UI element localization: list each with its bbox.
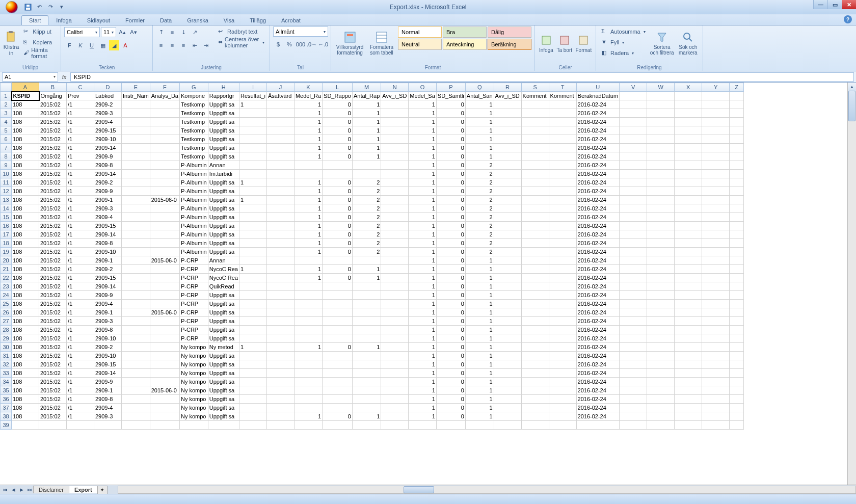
- italic-button[interactable]: K: [75, 40, 86, 50]
- cell[interactable]: [647, 265, 675, 274]
- cell[interactable]: [381, 204, 409, 213]
- cell[interactable]: [294, 386, 322, 395]
- cell[interactable]: 0: [436, 230, 465, 239]
- cell[interactable]: [122, 100, 150, 109]
- cell[interactable]: 1: [294, 213, 322, 222]
- cell[interactable]: 0: [323, 230, 353, 239]
- cell[interactable]: [12, 421, 39, 430]
- cell[interactable]: 2909-3: [94, 109, 122, 118]
- cell[interactable]: /1: [67, 308, 94, 317]
- cell[interactable]: Ny kompo: [179, 404, 208, 412]
- cell[interactable]: /1: [67, 265, 94, 274]
- cell[interactable]: 1: [239, 265, 266, 274]
- cell[interactable]: Instr_Nam: [122, 92, 150, 100]
- cell[interactable]: Testkomp: [179, 144, 208, 152]
- clear-button[interactable]: ◧Radera: [599, 48, 648, 58]
- cell[interactable]: [122, 412, 150, 421]
- cell[interactable]: 2016-02-24: [576, 109, 620, 118]
- cell[interactable]: /1: [67, 274, 94, 282]
- cell[interactable]: [620, 317, 647, 326]
- cell[interactable]: 1: [409, 152, 437, 161]
- cell[interactable]: [620, 352, 647, 360]
- cell[interactable]: [323, 291, 353, 300]
- cell[interactable]: 1: [465, 109, 494, 118]
- cell[interactable]: [675, 378, 702, 386]
- cell[interactable]: [150, 248, 179, 256]
- cell[interactable]: 2: [352, 239, 381, 248]
- cell[interactable]: [352, 395, 381, 404]
- cell[interactable]: 1: [409, 308, 437, 317]
- cell[interactable]: [266, 152, 294, 161]
- cell[interactable]: 1: [465, 412, 494, 421]
- cell[interactable]: [730, 412, 744, 421]
- cell[interactable]: [620, 378, 647, 386]
- cell[interactable]: 1: [409, 213, 437, 222]
- cell[interactable]: [266, 118, 294, 126]
- cell[interactable]: [239, 248, 266, 256]
- cell[interactable]: 0: [323, 135, 353, 144]
- cell[interactable]: 2016-02-24: [576, 274, 620, 282]
- cell[interactable]: [381, 360, 409, 369]
- cell[interactable]: P-Albumin: [179, 230, 208, 239]
- cell[interactable]: [730, 230, 744, 239]
- cell[interactable]: [702, 196, 730, 204]
- cell[interactable]: [381, 256, 409, 265]
- cell[interactable]: [239, 144, 266, 152]
- cell[interactable]: [647, 248, 675, 256]
- cell[interactable]: 2: [352, 204, 381, 213]
- cell[interactable]: 2016-02-24: [576, 378, 620, 386]
- row-header[interactable]: 32: [1, 360, 12, 369]
- cell[interactable]: [294, 326, 322, 334]
- row-header[interactable]: 11: [1, 178, 12, 187]
- cell[interactable]: [494, 404, 521, 412]
- cell[interactable]: [702, 135, 730, 144]
- cell[interactable]: 2016-02-24: [576, 395, 620, 404]
- cell[interactable]: [702, 118, 730, 126]
- cell[interactable]: Prov: [67, 92, 94, 100]
- cell[interactable]: 2015:02: [39, 187, 67, 196]
- cell[interactable]: [549, 100, 576, 109]
- cell[interactable]: [266, 161, 294, 170]
- cell[interactable]: [675, 386, 702, 395]
- cell[interactable]: 0: [436, 222, 465, 230]
- cell[interactable]: 108: [12, 135, 39, 144]
- cell[interactable]: [494, 118, 521, 126]
- cell[interactable]: [549, 196, 576, 204]
- cell[interactable]: Uppgift sa: [208, 386, 239, 395]
- cell[interactable]: [702, 92, 730, 100]
- cell[interactable]: 1: [294, 412, 322, 421]
- col-header-Y[interactable]: Y: [702, 83, 730, 92]
- cell[interactable]: [620, 360, 647, 369]
- cell[interactable]: [549, 152, 576, 161]
- cell[interactable]: 1: [409, 196, 437, 204]
- cell[interactable]: [702, 291, 730, 300]
- cell[interactable]: [702, 152, 730, 161]
- cell[interactable]: [620, 282, 647, 291]
- cell[interactable]: 108: [12, 187, 39, 196]
- cell[interactable]: [620, 126, 647, 135]
- cell[interactable]: 1: [294, 135, 322, 144]
- cell[interactable]: [239, 421, 266, 430]
- cell[interactable]: [675, 308, 702, 317]
- col-header-B[interactable]: B: [39, 83, 67, 92]
- cell[interactable]: 2016-02-24: [576, 317, 620, 326]
- undo-icon[interactable]: ↶: [35, 3, 44, 12]
- cell[interactable]: 1: [409, 386, 437, 395]
- cell[interactable]: /1: [67, 334, 94, 343]
- cell[interactable]: 2: [352, 187, 381, 196]
- cell[interactable]: [647, 187, 675, 196]
- cell[interactable]: [122, 386, 150, 395]
- cell[interactable]: [730, 135, 744, 144]
- cell[interactable]: P-CRP: [179, 300, 208, 308]
- cell[interactable]: 2016-02-24: [576, 352, 620, 360]
- cell[interactable]: [239, 300, 266, 308]
- cell[interactable]: 2909-8: [94, 161, 122, 170]
- cell[interactable]: 2015:02: [39, 369, 67, 378]
- cell[interactable]: 2016-02-24: [576, 282, 620, 291]
- cell[interactable]: /1: [67, 170, 94, 178]
- cell[interactable]: [352, 378, 381, 386]
- cell[interactable]: 1: [465, 386, 494, 395]
- cell[interactable]: 108: [12, 144, 39, 152]
- cell[interactable]: [381, 265, 409, 274]
- cell[interactable]: [647, 222, 675, 230]
